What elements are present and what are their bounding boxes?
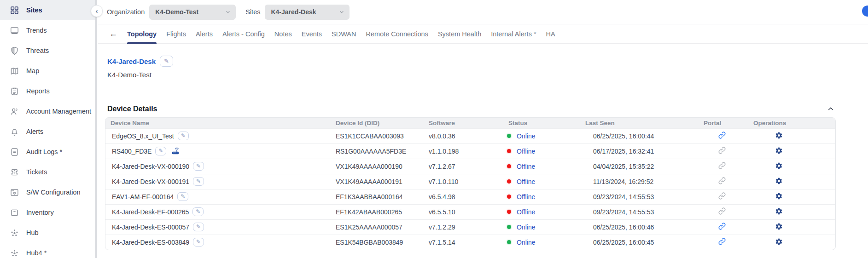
chevron-down-icon: [225, 9, 231, 15]
status-link[interactable]: Offline: [517, 163, 535, 170]
sidebar-item-label: Audit Logs *: [26, 148, 62, 155]
tab-alerts-config[interactable]: Alerts - Config: [222, 24, 265, 44]
operations-gear-icon[interactable]: [775, 192, 783, 200]
sidebar-item-trends[interactable]: Trends: [0, 20, 95, 40]
last-seen: 11/13/2024, 16:29:52: [583, 174, 700, 189]
site-name-link[interactable]: K4-Jared-Desk: [107, 57, 156, 65]
sidebar-item-threats[interactable]: Threats: [0, 40, 95, 61]
panel-collapse-button[interactable]: [827, 105, 834, 113]
last-seen: 06/25/2025, 16:00:46: [583, 219, 700, 235]
operations-gear-icon[interactable]: [775, 223, 783, 230]
sidebar-item-label: Trends: [26, 27, 47, 34]
sites-select[interactable]: K4-Jared-Desk: [265, 5, 350, 20]
portal-link-icon[interactable]: [718, 147, 726, 154]
status-link[interactable]: Online: [517, 224, 535, 231]
operations-gear-icon[interactable]: [775, 238, 783, 246]
pencil-icon: ✎: [196, 224, 201, 229]
status-dot-offline: [507, 210, 511, 214]
sidebar-item-hub[interactable]: Hub: [0, 223, 95, 243]
device-name: K4-Jared-Desk-ES-003849: [112, 239, 189, 246]
operations-gear-icon[interactable]: [775, 132, 783, 139]
table-row: RS400_FD3E ✎ RS1G00AAAAAA5FD3E v1.1.0.19…: [105, 143, 835, 159]
tab-notes[interactable]: Notes: [274, 24, 292, 44]
sites-label: Sites: [245, 8, 260, 16]
portal-link-icon[interactable]: [718, 162, 726, 169]
tab-topology[interactable]: Topology: [127, 24, 157, 44]
operations-gear-icon[interactable]: [775, 147, 783, 155]
user-icon: [9, 106, 19, 116]
software-version: v7.1.5.14: [424, 235, 502, 250]
status-link[interactable]: Offline: [517, 178, 535, 185]
portal-link-icon[interactable]: [718, 223, 726, 230]
operations-gear-icon[interactable]: [775, 177, 783, 185]
status-dot-online: [507, 240, 511, 244]
device-id: ES1K1CCABAA003093: [331, 128, 424, 143]
status-dot-online: [507, 134, 511, 138]
col-header-status: Status: [502, 118, 583, 128]
status-link[interactable]: Online: [517, 132, 535, 140]
sidebar-item-reports[interactable]: Reports: [0, 81, 95, 101]
edit-site-name-button[interactable]: ✎: [160, 56, 173, 67]
status-link[interactable]: Offline: [517, 148, 535, 155]
pencil-icon: ✎: [158, 148, 163, 154]
tab-remote-connections[interactable]: Remote Connections: [366, 24, 428, 44]
edit-device-name-button[interactable]: ✎: [177, 192, 188, 201]
table-header-row: Device Name Device Id (DID) Software Sta…: [105, 118, 835, 128]
sidebar-item-inventory[interactable]: Inventory: [0, 202, 95, 223]
tab-system-health[interactable]: System Health: [438, 24, 481, 44]
tab-internal-alerts[interactable]: Internal Alerts *: [491, 24, 536, 44]
sidebar: Sites Trends Threats Map Reports Account…: [0, 0, 97, 258]
avatar[interactable]: [862, 6, 868, 17]
portal-link-icon[interactable]: [718, 238, 726, 245]
sidebar-item-label: Threats: [26, 47, 49, 54]
portal-link-icon[interactable]: [718, 177, 726, 184]
organization-selected-value: K4-Demo-Test: [155, 8, 198, 16]
chevron-down-icon: [338, 9, 345, 15]
device-name: RS400_FD3E: [112, 148, 151, 155]
tab-events[interactable]: Events: [302, 24, 322, 44]
operations-gear-icon[interactable]: [775, 162, 783, 170]
sidebar-collapse-button[interactable]: ‹: [91, 5, 103, 17]
device-id: RS1G00AAAAAA5FD3E: [331, 143, 424, 159]
edit-device-name-button[interactable]: ✎: [155, 147, 166, 155]
sidebar-item-audit-logs[interactable]: Audit Logs *: [0, 142, 95, 162]
device-id: ES1K54BGBAB003849: [331, 235, 424, 250]
device-id: VX1K49AAAAA000190: [331, 159, 424, 174]
software-version: v6.5.5.10: [424, 204, 502, 219]
sidebar-item-label: Account Management: [26, 108, 91, 115]
status-link[interactable]: Offline: [517, 208, 535, 216]
hub-icon: [9, 248, 19, 258]
tab-flights[interactable]: Flights: [166, 24, 186, 44]
sidebar-item-map[interactable]: Map: [0, 61, 95, 81]
sidebar-item-sites[interactable]: Sites: [0, 0, 95, 20]
document-icon: [9, 147, 19, 157]
tab-ha[interactable]: HA: [546, 24, 555, 44]
edit-device-name-button[interactable]: ✎: [192, 207, 204, 216]
portal-link-icon[interactable]: [718, 192, 726, 200]
edit-device-name-button[interactable]: ✎: [193, 162, 204, 171]
edit-device-name-button[interactable]: ✎: [193, 223, 204, 231]
sidebar-item-label: Hub4 *: [26, 249, 47, 257]
col-header-device-id: Device Id (DID): [331, 118, 424, 128]
edit-device-name-button[interactable]: ✎: [193, 177, 204, 186]
device-details-title: Device Details: [107, 105, 157, 113]
back-arrow-icon[interactable]: ←: [109, 29, 117, 39]
table-row: EdgeOS_8.x_UI_Test ✎ ES1K1CCABAA003093 v…: [105, 128, 835, 143]
portal-link-icon[interactable]: [718, 132, 726, 139]
software-version: v7.1.2.67: [424, 159, 502, 174]
status-link[interactable]: Offline: [517, 193, 535, 201]
status-link[interactable]: Online: [517, 239, 535, 246]
sidebar-item-account-management[interactable]: Account Management: [0, 101, 95, 121]
sidebar-item-tickets[interactable]: Tickets: [0, 162, 95, 182]
portal-link-icon[interactable]: [718, 207, 726, 215]
sidebar-item-hub4[interactable]: Hub4 *: [0, 243, 95, 258]
operations-gear-icon[interactable]: [775, 207, 783, 215]
edit-device-name-button[interactable]: ✎: [193, 238, 204, 247]
sidebar-item-sw-configuration[interactable]: S/W Configuration: [0, 182, 95, 202]
edit-device-name-button[interactable]: ✎: [178, 132, 189, 140]
sidebar-item-alerts[interactable]: Alerts: [0, 121, 95, 142]
organization-select[interactable]: K4-Demo-Test: [149, 5, 236, 20]
tab-alerts[interactable]: Alerts: [196, 24, 213, 44]
device-id: EF1K42ABAAB000265: [331, 204, 424, 219]
tab-sdwan[interactable]: SDWAN: [332, 24, 356, 44]
